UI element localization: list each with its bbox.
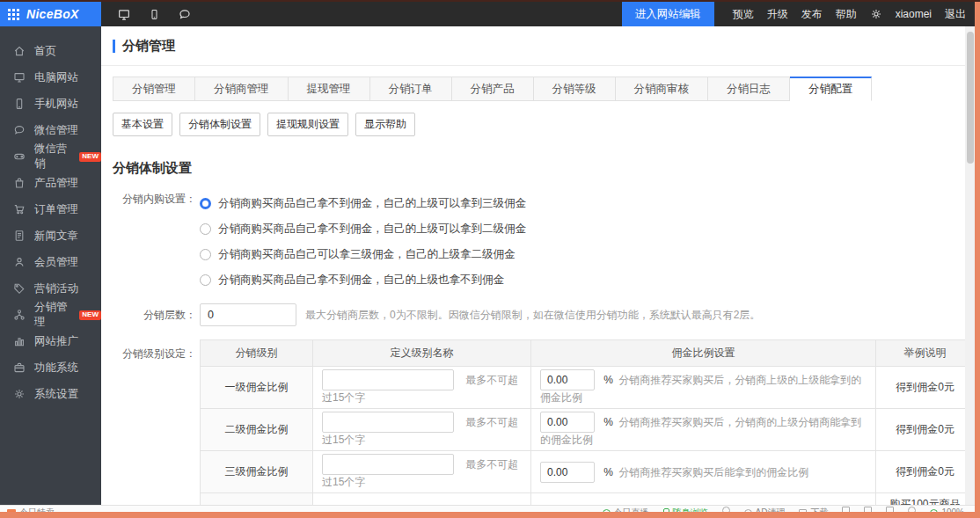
subtab-bar: 基本设置 分销体制设置 提现规则设置 显示帮助 [113,113,965,136]
settings-gear-icon[interactable] [870,8,882,20]
subtab-basic-settings[interactable]: 基本设置 [113,113,172,136]
table-row: 二级佣金比例 最多不可超过15个字 % 分销商推荐买家购买后，分销商的上级分销商… [201,409,966,451]
level-2-example: 得到佣金0元 [876,409,966,451]
subtab-show-help[interactable]: 显示帮助 [355,113,415,136]
level-1-name-input[interactable] [322,369,454,390]
tab-distribution-logs[interactable]: 分销日志 [708,77,790,101]
header-name: 定义级别名称 [313,340,531,367]
level-1-label: 一级佣金比例 [201,367,313,409]
radio-option-4[interactable]: 分销商购买商品自己拿不到佣金，自己的上级也拿不到佣金 [200,267,526,293]
levels-label: 分销层数： [113,308,196,323]
sidebar-item-label: 微信管理 [34,123,78,138]
username-label[interactable]: xiaomei [896,8,932,20]
radio-option-label: 分销商购买商品自己拿不到佣金，自己的上级可以拿到三级佣金 [218,196,526,211]
sidebar-item-orders[interactable]: 订单管理 [0,196,101,223]
browser-status-bar: 今日特卖 今日直播 随身浏览 AD清理 下载 [0,505,975,512]
grid-menu-icon[interactable] [8,9,19,20]
topbar-right: 进入网站编辑 预览 升级 发布 帮助 xiaomei 退出 [622,2,975,26]
grade-setting-row: 分销级别设定： 分销级别 定义级别名称 佣金比例设置 举例说明 一级佣金比例 [113,339,965,506]
level-3-ratio-input[interactable] [540,462,595,483]
sidebar-item-system-settings[interactable]: 系统设置 [0,381,101,407]
home-icon [13,45,26,57]
sidebar-item-promotion[interactable]: 网站推广 [0,328,101,354]
grade-table-wrap: 分销级别 定义级别名称 佣金比例设置 举例说明 一级佣金比例 最多不可超过15个… [200,339,965,506]
preview-link[interactable]: 预览 [733,7,754,22]
wechat-icon [13,124,26,136]
radio-option-label: 分销商购买商品自己拿不到佣金，自己的上级也拿不到佣金 [218,273,504,288]
radio-group: 分销商购买商品自己拿不到佣金，自己的上级可以拿到三级佣金 分销商购买商品自己拿不… [200,191,526,293]
sidebar-item-wechat-marketing[interactable]: 微信营销 NEW [0,143,101,170]
app-logo[interactable]: NiceBoX [0,2,101,26]
logo-text: NiceBoX [26,7,79,21]
level-2-ratio-input[interactable] [540,412,595,433]
logout-link[interactable]: 退出 [945,7,966,22]
radio-option-2[interactable]: 分销商购买商品自己拿不到佣金，自己的上级可以拿到二级佣金 [200,216,526,242]
radio-unselected-icon[interactable] [200,249,211,260]
radio-selected-icon[interactable] [200,198,211,209]
sidebar-item-label: 电脑网站 [34,70,78,85]
levels-row: 分销层数： 最大分销商层数，0为不限制。因微信分销限制，如在微信使用分销功能，系… [113,303,965,326]
levels-hint: 最大分销商层数，0为不限制。因微信分销限制，如在微信使用分销功能，系统默认最高只… [305,308,760,323]
enter-site-edit-button[interactable]: 进入网站编辑 [622,2,714,26]
tab-distribution-admin[interactable]: 分销管理 [113,77,195,101]
sidebar-item-marketing[interactable]: 营销活动 [0,275,101,302]
percent-sign: % [603,374,613,386]
desktop-site-icon[interactable] [117,8,131,21]
level-2-name-cell: 最多不可超过15个字 [313,409,531,451]
subtab-system-settings[interactable]: 分销体制设置 [179,113,260,136]
subtab-withdraw-rules[interactable]: 提现规则设置 [267,113,348,136]
level-1-ratio-cell: % 分销商推荐买家购买后，分销商上级的上级能拿到的佣金比例 [531,367,876,409]
levels-input[interactable] [200,303,296,326]
sidebar-item-functions[interactable]: 功能系统 [0,354,101,381]
sidebar-item-distribution[interactable]: 分销管理 NEW [0,302,101,328]
table-row: 一级佣金比例 最多不可超过15个字 % 分销商推荐买家购买后，分销商上级的上级能… [201,367,966,409]
main-content: 分销管理 分销管理 分销商管理 提现管理 分销订单 分销产品 分销等级 分销商审… [101,26,965,506]
help-link[interactable]: 帮助 [836,7,857,22]
sidebar-item-members[interactable]: 会员管理 [0,249,101,275]
level-3-example: 得到佣金0元 [876,451,966,493]
upgrade-link[interactable]: 升级 [767,7,788,22]
tab-distribution-products[interactable]: 分销产品 [452,77,534,101]
sidebar-item-label: 会员管理 [34,255,78,270]
topbar-device-icons [117,8,192,21]
radio-unselected-icon[interactable] [200,223,211,235]
tab-distributor-review[interactable]: 分销商审核 [616,77,709,101]
inner-purchase-row: 分销内购设置： 分销商购买商品自己拿不到佣金，自己的上级可以拿到三级佣金 分销商… [113,191,965,293]
sidebar-item-home[interactable]: 首页 [0,38,101,64]
percent-sign: % [603,466,613,478]
radio-option-1[interactable]: 分销商购买商品自己拿不到佣金，自己的上级可以拿到三级佣金 [200,191,526,216]
frame-top-edge [0,0,980,2]
tab-distribution-orders[interactable]: 分销订单 [370,77,452,101]
sidebar-item-products[interactable]: 产品管理 [0,170,101,196]
radio-option-3[interactable]: 分销商购买商品自己可以拿三级佣金，自己的上级拿二级佣金 [200,242,526,267]
briefcase-icon [13,361,26,374]
tab-distributor-admin[interactable]: 分销商管理 [195,77,289,101]
publish-link[interactable]: 发布 [801,7,823,22]
tab-withdraw-admin[interactable]: 提现管理 [289,77,370,101]
sidebar-item-wechat-admin[interactable]: 微信管理 [0,117,101,143]
page-title-row: 分销管理 [101,26,965,66]
tag-icon [13,282,26,295]
level-3-label: 三级佣金比例 [201,451,313,493]
frame-bottom-edge [0,512,980,518]
gamepad-icon [13,150,26,163]
mobile-site-icon[interactable] [149,8,160,21]
browser-status-items: 今日特卖 今日直播 随身浏览 AD清理 下载 [0,506,975,512]
sidebar-item-mobile-site[interactable]: 手机网站 [0,91,101,117]
radio-unselected-icon[interactable] [200,274,211,286]
level-3-name-input[interactable] [322,454,454,475]
sidebar-item-label: 产品管理 [34,176,78,191]
header-level: 分销级别 [201,340,313,367]
level-1-ratio-input[interactable] [540,369,595,390]
scrollbar-thumb[interactable] [967,32,974,164]
level-2-name-input[interactable] [322,412,454,433]
sidebar-item-pc-site[interactable]: 电脑网站 [0,64,101,91]
vertical-scrollbar[interactable] [965,26,975,512]
sidebar-item-label: 首页 [34,44,56,59]
sidebar-item-news[interactable]: 新闻文章 [0,223,101,249]
tab-distribution-grades[interactable]: 分销等级 [534,77,616,101]
phone-icon [13,98,26,110]
tab-distribution-config[interactable]: 分销配置 [790,77,872,101]
chat-icon[interactable] [178,8,192,21]
sidebar-item-label: 网站推广 [34,334,78,349]
